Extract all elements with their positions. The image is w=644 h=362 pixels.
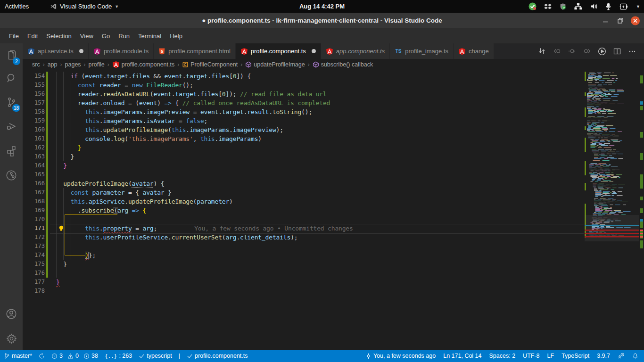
status-you-a-few-seconds-ago[interactable]: You, a few seconds ago: [365, 350, 436, 362]
code-line-158[interactable]: 158 this.imageParams.imagePreview = even…: [23, 107, 584, 116]
line-number: 178: [23, 287, 45, 296]
tab-profile-component-html[interactable]: 5profile.component.html: [154, 43, 236, 59]
status-3[interactable]: 3038: [51, 350, 98, 362]
status-typescript[interactable]: typescript: [139, 350, 172, 362]
settings-gear-icon[interactable]: [0, 327, 23, 350]
status-feedback[interactable]: [618, 350, 625, 362]
breadcrumb-item-profile[interactable]: profile: [89, 61, 105, 68]
breadcrumb-item-app[interactable]: app: [48, 61, 58, 68]
code-line-157[interactable]: 157 reader.onload = (event) => { // call…: [23, 99, 584, 107]
menu-item-selection[interactable]: Selection: [42, 28, 75, 43]
line-number: 173: [23, 242, 45, 251]
file-icon-ng-red: [240, 48, 248, 55]
compare-dot-icon[interactable]: [567, 46, 577, 57]
code-line-177[interactable]: 177}: [23, 278, 584, 287]
code-line-173[interactable]: 173: [23, 242, 584, 251]
code-line-172[interactable]: 172 this.userProfileService.currentUserS…: [23, 233, 584, 242]
check-icon: [139, 353, 145, 359]
modified-dot[interactable]: [79, 49, 83, 53]
code-line-161[interactable]: 161 console.log('this.imageParams', this…: [23, 134, 584, 143]
close-button[interactable]: [630, 16, 640, 25]
tab-profile-image-ts[interactable]: TSprofile_image.ts: [390, 43, 454, 59]
code-line-175[interactable]: 175 }: [23, 260, 584, 269]
breadcrumb-item-profile-component-ts[interactable]: profile.component.ts: [112, 61, 175, 68]
code-line-156[interactable]: 156 reader.readAsDataURL(event.target.fi…: [23, 90, 584, 99]
code-editor[interactable]: 154 if (event.target.files && event.targ…: [23, 70, 644, 350]
minimize-button[interactable]: [600, 16, 610, 25]
code-line-171[interactable]: 171 this.property = arg;You, a few secon…: [23, 224, 584, 233]
modified-dot[interactable]: [312, 49, 316, 53]
more-actions-icon[interactable]: [627, 46, 637, 57]
code-line-164[interactable]: 164 }: [23, 161, 584, 170]
code-line-166[interactable]: 166 updateProfileImage(avatar) {: [23, 179, 584, 188]
tab-profile-module-ts[interactable]: profile.module.ts: [89, 43, 154, 59]
breadcrumb-item-src[interactable]: src: [32, 61, 40, 68]
status-spaces-2[interactable]: Spaces: 2: [489, 350, 516, 362]
tab-change[interactable]: change: [454, 43, 494, 59]
sidebar-item-run-debug[interactable]: [0, 115, 23, 138]
status-lf[interactable]: LF: [547, 350, 554, 362]
menu-item-terminal[interactable]: Terminal: [134, 28, 165, 43]
code-line-160[interactable]: 160 this.updateProfileImage(this.imagePa…: [23, 125, 584, 134]
open-changes-icon[interactable]: [537, 46, 547, 57]
status-sync[interactable]: [39, 350, 45, 362]
status--263[interactable]: {..}: 263: [105, 350, 132, 362]
battery-icon: [619, 3, 628, 10]
menu-item-run[interactable]: Run: [114, 28, 134, 43]
git-modified-gutter: [46, 72, 48, 81]
menu-item-go[interactable]: Go: [98, 28, 114, 43]
code-line-165[interactable]: 165: [23, 170, 584, 179]
status-utf-8[interactable]: UTF-8: [523, 350, 539, 362]
code-line-154[interactable]: 154 if (event.target.files && event.targ…: [23, 72, 584, 81]
tab-app-component-ts[interactable]: app.component.ts: [321, 43, 390, 59]
breadcrumb-item-pages[interactable]: pages: [65, 61, 81, 68]
code-line-163[interactable]: 163 }: [23, 152, 584, 161]
sidebar-item-gitlens[interactable]: [0, 164, 23, 187]
status-3-9-7[interactable]: 3.9.7: [597, 350, 610, 362]
code-line-159[interactable]: 159 this.imageParams.isAvatar = false;: [23, 116, 584, 125]
account-icon[interactable]: [0, 303, 23, 325]
code-line-176[interactable]: 176: [23, 269, 584, 278]
code-line-169[interactable]: 169 .subscribe(arg => {: [23, 206, 584, 215]
sidebar-item-extensions[interactable]: [0, 140, 23, 162]
code-line-167[interactable]: 167 const parameter = { avatar }: [23, 188, 584, 197]
breadcrumb-item-subscribe-callback[interactable]: subscribe() callback: [313, 61, 373, 68]
breadcrumb-separator: ›: [42, 61, 46, 68]
line-number: 166: [23, 179, 45, 188]
next-change-icon[interactable]: [582, 46, 592, 57]
app-menu[interactable]: Visual Studio Code ▼: [50, 0, 119, 13]
menu-item-edit[interactable]: Edit: [23, 28, 42, 43]
sidebar-item-source-control[interactable]: 18: [0, 91, 23, 114]
run-file-icon[interactable]: [597, 46, 607, 57]
sidebar-item-search[interactable]: [0, 67, 23, 90]
code-line-174[interactable]: 174 )};: [23, 251, 584, 260]
split-editor-icon[interactable]: [612, 46, 622, 57]
status-bell[interactable]: [632, 350, 638, 362]
menu-item-help[interactable]: Help: [165, 28, 187, 43]
window-title-bar: ● profile.component.ts - lk-firm-managem…: [0, 13, 644, 28]
code-line-170[interactable]: 170: [23, 215, 584, 224]
breadcrumb-item-profilecomponent[interactable]: ProfileComponent: [182, 61, 238, 68]
menu-item-file[interactable]: File: [5, 28, 23, 43]
activities-button[interactable]: Activities: [5, 0, 29, 13]
tab-profile-component-ts[interactable]: profile.component.ts: [236, 43, 321, 59]
code-line-168[interactable]: 168 this.apiService.updateProfileImage(p…: [23, 197, 584, 206]
system-tray[interactable]: ▼: [528, 0, 640, 13]
git-modified-gutter: [46, 242, 48, 251]
status-master-[interactable]: master*: [4, 350, 32, 362]
status-ln-171-col-14[interactable]: Ln 171, Col 14: [443, 350, 481, 362]
line-number: 169: [23, 206, 45, 215]
code-line-162[interactable]: 162 }: [23, 143, 584, 152]
prev-change-icon[interactable]: [552, 46, 562, 57]
tab-api-service-ts[interactable]: api.service.ts: [23, 43, 89, 59]
status-typescript[interactable]: TypeScript: [561, 350, 589, 362]
breadcrumb-item-updateprofileimage[interactable]: updateProfileImage: [245, 61, 305, 68]
status--[interactable]: |: [179, 350, 180, 362]
status-profile-component-ts[interactable]: profile.component.ts: [187, 350, 248, 362]
code-line-178[interactable]: 178: [23, 287, 584, 296]
code-line-155[interactable]: 155 const reader = new FileReader();: [23, 81, 584, 90]
minimap[interactable]: [585, 70, 639, 350]
menu-item-view[interactable]: View: [76, 28, 98, 43]
sidebar-item-explorer[interactable]: 2: [0, 44, 23, 67]
restore-button[interactable]: [615, 16, 625, 25]
